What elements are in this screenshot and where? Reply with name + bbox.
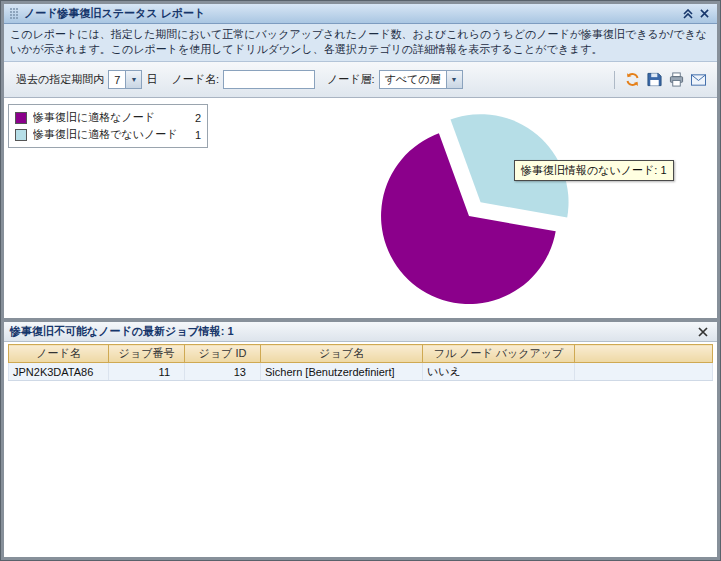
cell-job-id: 13 — [185, 363, 261, 381]
printer-icon — [669, 72, 684, 87]
legend-item[interactable]: 惨事復旧に適格なノード 2 — [15, 109, 201, 126]
titlebar: ノード惨事復旧ステータス レポート — [4, 4, 717, 24]
legend-swatch — [15, 112, 27, 124]
detail-panel-title: 惨事復旧不可能なノードの最新ジョブ情報: 1 — [10, 324, 695, 339]
col-full-node-backup[interactable]: フル ノード バックアップ — [423, 345, 575, 363]
report-description: このレポートには、指定した期間において正常にバックアップされたノード数、およびこ… — [4, 24, 717, 62]
col-node-name[interactable]: ノード名 — [9, 345, 109, 363]
node-tier-select-value: すべての層 — [380, 71, 446, 88]
chart-tooltip: 惨事復旧情報のないノード: 1 — [514, 160, 674, 181]
toolbar-divider — [614, 71, 615, 89]
node-tier-select[interactable]: すべての層 ▼ — [379, 70, 463, 89]
col-job-number[interactable]: ジョブ番号 — [109, 345, 185, 363]
cell-full-node-backup: いいえ — [423, 363, 575, 381]
email-button[interactable] — [688, 70, 708, 90]
print-button[interactable] — [666, 70, 686, 90]
page-title: ノード惨事復旧ステータス レポート — [24, 6, 680, 21]
cell-node-name: JPN2K3DATA86 — [9, 363, 109, 381]
legend-value: 2 — [195, 112, 201, 124]
detail-panel: 惨事復旧不可能なノードの最新ジョブ情報: 1 ノード名 ジョブ番号 ジョブ ID — [4, 322, 717, 557]
cell-job-number: 11 — [109, 363, 185, 381]
period-select-value: 7 — [109, 71, 125, 88]
legend-swatch — [15, 129, 27, 141]
node-name-input[interactable] — [223, 70, 315, 89]
refresh-icon — [625, 72, 640, 87]
jobs-table-container: ノード名 ジョブ番号 ジョブ ID ジョブ名 フル ノード バックアップ JPN… — [4, 342, 717, 381]
drag-handle-icon[interactable] — [9, 7, 19, 21]
chevron-double-up-icon — [683, 9, 693, 19]
save-icon — [647, 72, 662, 87]
legend-label: 惨事復旧に適格でないノード — [33, 127, 191, 142]
node-tier-label: ノード層: — [327, 72, 375, 87]
collapse-button[interactable] — [680, 6, 696, 22]
period-unit-label: 日 — [146, 72, 157, 87]
filter-toolbar: 過去の指定期間内 7 ▼ 日 ノード名: ノード層: すべての層 ▼ — [4, 62, 717, 98]
close-icon — [698, 327, 708, 337]
refresh-button[interactable] — [622, 70, 642, 90]
report-panel: ノード惨事復旧ステータス レポート このレポートには、指定した期間において正常に… — [4, 4, 717, 318]
detail-panel-header: 惨事復旧不可能なノードの最新ジョブ情報: 1 — [4, 322, 717, 342]
legend-label: 惨事復旧に適格なノード — [33, 110, 191, 125]
cell-filler — [575, 363, 713, 381]
legend-item[interactable]: 惨事復旧に適格でないノード 1 — [15, 126, 201, 143]
legend-value: 1 — [195, 129, 201, 141]
chart-legend: 惨事復旧に適格なノード 2 惨事復旧に適格でないノード 1 — [8, 104, 208, 148]
period-label: 過去の指定期間内 — [16, 72, 104, 87]
cell-job-name: Sichern [Benutzerdefiniert] — [261, 363, 423, 381]
period-select[interactable]: 7 ▼ — [108, 70, 142, 89]
node-name-label: ノード名: — [171, 72, 219, 87]
email-icon — [691, 74, 706, 86]
close-icon — [700, 9, 709, 18]
jobs-table: ノード名 ジョブ番号 ジョブ ID ジョブ名 フル ノード バックアップ JPN… — [8, 344, 713, 381]
col-job-name[interactable]: ジョブ名 — [261, 345, 423, 363]
chart-area: 惨事復旧に適格なノード 2 惨事復旧に適格でないノード 1 惨事復旧情報のないノ… — [4, 98, 717, 318]
col-filler — [575, 345, 713, 363]
chevron-down-icon: ▼ — [125, 71, 141, 88]
chevron-down-icon: ▼ — [446, 71, 462, 88]
table-header-row: ノード名 ジョブ番号 ジョブ ID ジョブ名 フル ノード バックアップ — [9, 345, 713, 363]
close-button[interactable] — [696, 6, 712, 22]
report-window: ノード惨事復旧ステータス レポート このレポートには、指定した期間において正常に… — [0, 0, 721, 561]
detail-panel-close-button[interactable] — [695, 324, 711, 340]
table-row[interactable]: JPN2K3DATA86 11 13 Sichern [Benutzerdefi… — [9, 363, 713, 381]
col-job-id[interactable]: ジョブ ID — [185, 345, 261, 363]
save-button[interactable] — [644, 70, 664, 90]
